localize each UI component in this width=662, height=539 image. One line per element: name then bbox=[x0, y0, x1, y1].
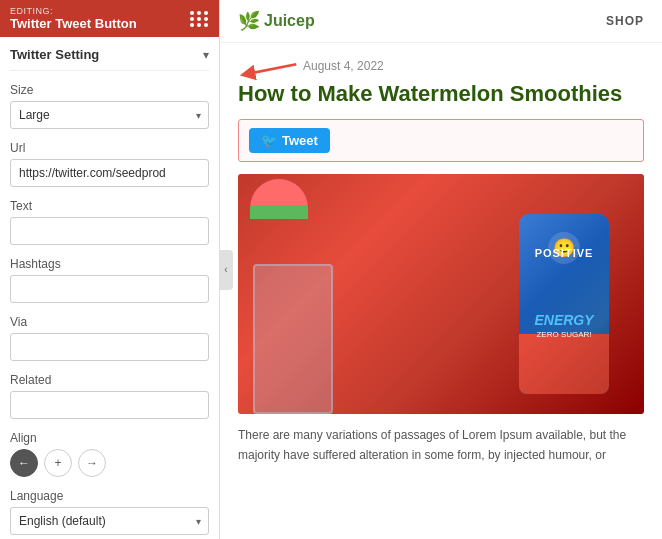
tweet-button-label: Tweet bbox=[282, 133, 318, 148]
text-field-group: Text bbox=[10, 199, 209, 245]
right-panel: ‹ 🌿 Juicep SHOP August 4, 2022 How to Ma… bbox=[220, 0, 662, 539]
url-label: Url bbox=[10, 141, 209, 155]
align-label: Align bbox=[10, 431, 209, 445]
via-input[interactable] bbox=[10, 333, 209, 361]
can-decoration: 🙂 POSITIVE ENERGY ZERO SUGAR! bbox=[504, 184, 624, 404]
language-select-wrapper: English (default) ▾ bbox=[10, 507, 209, 535]
collapse-arrow-icon: ‹ bbox=[224, 264, 227, 275]
url-field-group: Url bbox=[10, 141, 209, 187]
language-select[interactable]: English (default) bbox=[10, 507, 209, 535]
grid-dots-icon[interactable] bbox=[190, 11, 209, 27]
can-body: 🙂 POSITIVE ENERGY ZERO SUGAR! bbox=[519, 214, 609, 394]
shop-link[interactable]: SHOP bbox=[606, 14, 644, 28]
size-select-wrapper: Large ▾ bbox=[10, 101, 209, 129]
red-arrow-svg bbox=[240, 53, 300, 83]
leaf-icon: 🌿 bbox=[238, 10, 260, 32]
twitter-setting-section: Twitter Setting ▾ bbox=[10, 47, 209, 71]
tweet-button[interactable]: 🐦 Tweet bbox=[249, 128, 330, 153]
can-text-positive: POSITIVE bbox=[535, 248, 594, 259]
hashtags-label: Hashtags bbox=[10, 257, 209, 271]
editing-header: EDITING: Twitter Tweet Button bbox=[0, 0, 219, 37]
article-content: August 4, 2022 How to Make Watermelon Sm… bbox=[220, 43, 662, 477]
size-field-group: Size Large ▾ bbox=[10, 83, 209, 129]
editing-label: EDITING: bbox=[10, 6, 137, 16]
text-label: Text bbox=[10, 199, 209, 213]
left-panel: EDITING: Twitter Tweet Button Twitter Se… bbox=[0, 0, 220, 539]
can-text-zero: ZERO SUGAR! bbox=[536, 330, 591, 339]
article-image: 🙂 POSITIVE ENERGY ZERO SUGAR! bbox=[238, 174, 644, 414]
twitter-bird-icon: 🐦 bbox=[261, 133, 277, 148]
related-field-group: Related bbox=[10, 373, 209, 419]
article-date: August 4, 2022 bbox=[303, 55, 644, 73]
align-left-button[interactable]: ← bbox=[10, 449, 38, 477]
watermelon-slice bbox=[250, 179, 310, 229]
text-input[interactable] bbox=[10, 217, 209, 245]
header-text-block: EDITING: Twitter Tweet Button bbox=[10, 6, 137, 31]
hashtags-input[interactable] bbox=[10, 275, 209, 303]
glass-decoration bbox=[253, 264, 333, 414]
via-label: Via bbox=[10, 315, 209, 329]
related-label: Related bbox=[10, 373, 209, 387]
align-center-button[interactable]: + bbox=[44, 449, 72, 477]
tweet-button-container: 🐦 Tweet bbox=[238, 119, 644, 162]
section-title: Twitter Setting bbox=[10, 47, 99, 62]
align-field-group: Align ← + → bbox=[10, 431, 209, 477]
language-label: Language bbox=[10, 489, 209, 503]
logo-text: Juicep bbox=[264, 12, 315, 30]
language-field-group: Language English (default) ▾ bbox=[10, 489, 209, 535]
align-buttons-group: ← + → bbox=[10, 449, 209, 477]
svg-line-1 bbox=[248, 64, 297, 74]
widget-title: Twitter Tweet Button bbox=[10, 16, 137, 31]
url-input[interactable] bbox=[10, 159, 209, 187]
via-field-group: Via bbox=[10, 315, 209, 361]
collapse-handle[interactable]: ‹ bbox=[220, 250, 233, 290]
can-text-energy: ENERGY bbox=[534, 312, 593, 328]
panel-body: Twitter Setting ▾ Size Large ▾ Url Text … bbox=[0, 37, 219, 539]
can-stripe bbox=[519, 334, 609, 394]
arrow-indicator bbox=[240, 53, 300, 87]
chevron-down-icon[interactable]: ▾ bbox=[203, 48, 209, 62]
related-input[interactable] bbox=[10, 391, 209, 419]
site-logo: 🌿 Juicep bbox=[238, 10, 315, 32]
hashtags-field-group: Hashtags bbox=[10, 257, 209, 303]
article-body: There are many variations of passages of… bbox=[238, 426, 644, 464]
align-right-button[interactable]: → bbox=[78, 449, 106, 477]
size-select[interactable]: Large bbox=[10, 101, 209, 129]
site-header: 🌿 Juicep SHOP bbox=[220, 0, 662, 43]
size-label: Size bbox=[10, 83, 209, 97]
